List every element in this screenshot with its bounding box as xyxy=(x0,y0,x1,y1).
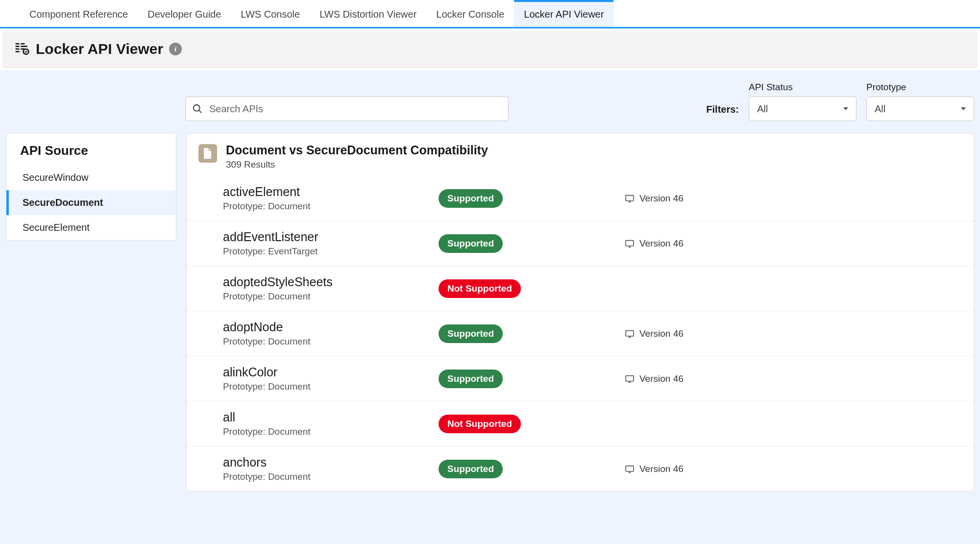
search-icon xyxy=(192,103,203,114)
status-badge: Supported xyxy=(439,189,503,208)
panel-header: Document vs SecureDocument Compatibility… xyxy=(187,133,974,176)
api-version: Version 46 xyxy=(625,464,684,474)
filter-title-api-status: API Status xyxy=(749,82,857,93)
status-badge: Supported xyxy=(439,234,503,253)
tab-lws-distortion-viewer[interactable]: LWS Distortion Viewer xyxy=(310,0,426,27)
status-badge: Supported xyxy=(439,460,503,478)
api-name: anchors xyxy=(223,455,439,470)
status-badge: Supported xyxy=(439,370,503,388)
api-name: addEventListener xyxy=(223,230,439,244)
api-name: adoptedStyleSheets xyxy=(223,275,439,289)
locker-viewer-icon xyxy=(14,41,30,57)
search-input[interactable] xyxy=(185,97,509,121)
svg-rect-10 xyxy=(626,195,634,200)
api-name: adoptNode xyxy=(223,320,439,334)
svg-rect-0 xyxy=(16,43,20,45)
api-prototype: Prototype: Document xyxy=(223,291,439,302)
api-prototype: Prototype: EventTarget xyxy=(223,246,439,257)
version-icon xyxy=(625,375,635,383)
api-prototype: Prototype: Document xyxy=(223,201,439,212)
select-api-status[interactable]: All xyxy=(749,97,857,121)
filters-label: Filters: xyxy=(706,104,739,121)
tab-lws-console[interactable]: LWS Console xyxy=(231,0,310,27)
api-row[interactable]: adoptNodePrototype: DocumentSupportedVer… xyxy=(187,311,974,356)
svg-rect-22 xyxy=(626,466,634,471)
svg-rect-3 xyxy=(16,51,20,52)
api-version: Version 46 xyxy=(625,328,684,339)
api-name: activeElement xyxy=(223,185,439,199)
svg-rect-16 xyxy=(626,330,634,336)
tab-locker-console[interactable]: Locker Console xyxy=(426,0,514,27)
api-prototype: Prototype: Document xyxy=(223,336,439,347)
sidebar: API Source SecureWindowSecureDocumentSec… xyxy=(6,133,176,241)
version-icon xyxy=(625,465,635,473)
page-header: Locker API Viewer i xyxy=(2,31,978,68)
api-row[interactable]: anchorsPrototype: DocumentSupportedVersi… xyxy=(187,446,974,491)
panel-title: Document vs SecureDocument Compatibility xyxy=(226,143,488,157)
api-version: Version 46 xyxy=(625,238,684,249)
content-panel: Document vs SecureDocument Compatibility… xyxy=(186,133,974,492)
api-prototype: Prototype: Document xyxy=(223,426,439,437)
search-wrap xyxy=(185,97,509,121)
svg-rect-19 xyxy=(626,375,634,381)
panel-subtitle: 309 Results xyxy=(226,159,488,170)
version-icon xyxy=(625,195,635,202)
svg-point-8 xyxy=(194,105,200,111)
select-prototype[interactable]: All xyxy=(866,97,974,121)
tab-component-reference[interactable]: Component Reference xyxy=(20,0,138,27)
sidebar-item-secureelement[interactable]: SecureElement xyxy=(6,215,176,240)
api-version: Version 46 xyxy=(625,193,684,204)
status-badge: Supported xyxy=(439,324,503,343)
tab-developer-guide[interactable]: Developer Guide xyxy=(138,0,231,27)
version-icon xyxy=(625,330,635,338)
filter-api-status: API Status All xyxy=(749,82,857,121)
sidebar-item-securedocument[interactable]: SecureDocument xyxy=(6,190,176,215)
api-row[interactable]: activeElementPrototype: DocumentSupporte… xyxy=(187,176,974,221)
page-title: Locker API Viewer xyxy=(36,41,163,57)
svg-rect-5 xyxy=(21,46,27,47)
filter-title-prototype: Prototype xyxy=(866,82,974,93)
svg-rect-13 xyxy=(626,240,634,246)
api-row[interactable]: addEventListenerPrototype: EventTargetSu… xyxy=(187,221,974,266)
info-icon[interactable]: i xyxy=(169,43,182,55)
api-version: Version 46 xyxy=(625,373,684,384)
document-icon xyxy=(198,144,217,163)
api-prototype: Prototype: Document xyxy=(223,381,439,392)
api-name: alinkColor xyxy=(223,365,439,379)
sidebar-item-securewindow[interactable]: SecureWindow xyxy=(6,165,176,190)
top-tabs: Component ReferenceDeveloper GuideLWS Co… xyxy=(0,0,980,28)
api-name: all xyxy=(223,410,439,424)
status-badge: Not Supported xyxy=(439,279,521,298)
main-content: Filters: API Status All Prototype All AP… xyxy=(0,70,980,544)
filters-row: Filters: API Status All Prototype All xyxy=(6,82,974,133)
svg-rect-2 xyxy=(16,49,20,50)
api-row[interactable]: alinkColorPrototype: DocumentSupportedVe… xyxy=(187,356,974,401)
api-row[interactable]: adoptedStyleSheetsPrototype: DocumentNot… xyxy=(187,266,974,311)
filter-prototype: Prototype All xyxy=(866,82,974,121)
api-prototype: Prototype: Document xyxy=(223,471,439,482)
tab-locker-api-viewer[interactable]: Locker API Viewer xyxy=(514,0,613,27)
version-icon xyxy=(625,240,635,247)
svg-rect-4 xyxy=(21,43,24,45)
api-row[interactable]: allPrototype: DocumentNot Supported xyxy=(187,401,974,446)
svg-rect-1 xyxy=(16,46,20,47)
svg-line-9 xyxy=(199,110,201,113)
status-badge: Not Supported xyxy=(439,415,521,433)
sidebar-title: API Source xyxy=(6,133,176,165)
